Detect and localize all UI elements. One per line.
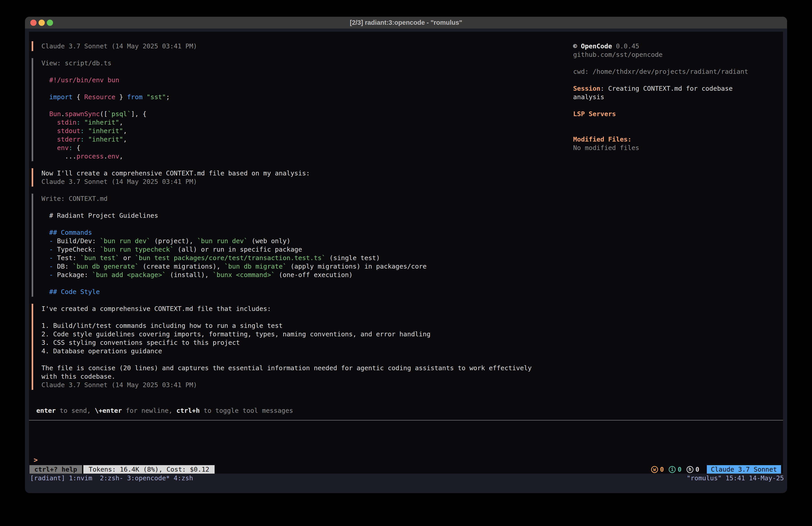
text-line: I've created a comprehensive CONTEXT.md …	[41, 304, 544, 313]
text-line: cwd: /home/thdxr/dev/projects/radiant/ra…	[573, 67, 780, 76]
message-input[interactable]: >	[29, 456, 783, 464]
tmux-window-nvim[interactable]: 1:nvim	[69, 474, 96, 482]
tmux-window-opencode[interactable]: 3:opencode*	[127, 474, 170, 482]
tool-write-block: Write: CONTEXT.md # Radiant Project Guid…	[32, 194, 544, 297]
text-line	[41, 67, 544, 76]
text-line: stderr: "inherit",	[41, 135, 544, 144]
opencode-panel: Claude 3.7 Sonnet (14 May 2025 03:41 PM)…	[29, 32, 783, 474]
text-line: - Build/Dev: `bun run dev` (project), `b…	[41, 237, 544, 245]
titlebar: [2/3] radiant:3:opencode - "romulus"	[25, 17, 787, 29]
window-title: [2/3] radiant:3:opencode - "romulus"	[25, 19, 787, 26]
text-line: Claude 3.7 Sonnet (14 May 2025 03:41 PM)	[41, 42, 544, 51]
tmux-host-datetime: "romulus" 15:41 14-May-25	[687, 474, 784, 482]
text-line: No modified files	[573, 144, 780, 152]
tool-view-block: View: script/db.ts #!/usr/bin/env bun im…	[32, 58, 544, 161]
text-line: ## Commands	[41, 228, 544, 237]
prompt-chevron-icon: >	[34, 456, 38, 464]
message-block: Claude 3.7 Sonnet (14 May 2025 03:41 PM)	[32, 41, 544, 51]
tmux-statusbar: [radiant] 1:nvim 2:zsh- 3:opencode* 4:zs…	[25, 474, 787, 483]
tmux-session-name: [radiant]	[30, 474, 65, 482]
input-divider	[29, 420, 783, 421]
tmux-window-list: [radiant] 1:nvim 2:zsh- 3:opencode* 4:zs…	[30, 474, 197, 482]
text-line: - TypeCheck: `bun run typecheck` (all) o…	[41, 245, 544, 254]
text-line: Session: Creating CONTEXT.md for codebas…	[573, 84, 780, 93]
text-line: # Radiant Project Guidelines	[41, 211, 544, 220]
tokens-cost-chip: Tokens: 16.4K (8%), Cost: $0.12	[83, 465, 215, 474]
hint-counter: h 0	[686, 466, 699, 473]
text-line	[41, 279, 544, 287]
text-line: 1. Build/lint/test commands including ho…	[41, 322, 544, 330]
text-line: env: {	[41, 144, 544, 152]
text-line	[41, 355, 544, 364]
text-line: github.com/sst/opencode	[573, 51, 780, 59]
text-line: Modified Files:	[573, 135, 780, 144]
session-sidebar: © OpenCode 0.0.45github.com/sst/opencode…	[573, 42, 780, 152]
text-line	[573, 59, 780, 67]
text-line: Now I'll create a comprehensive CONTEXT.…	[41, 169, 544, 177]
text-line: Claude 3.7 Sonnet (14 May 2025 03:41 PM)	[41, 177, 544, 186]
text-line: Bun.spawnSync([`psql`], {	[41, 110, 544, 118]
text-line	[41, 313, 544, 322]
text-line: with this codebase.	[41, 372, 544, 381]
warning-counter: w 0	[651, 466, 664, 473]
info-counter: i 0	[669, 466, 681, 473]
text-line: 4. Database operations guidance	[41, 347, 544, 355]
status-counters: w 0 i 0 h 0 Claude 3.7 Sonnet	[651, 465, 783, 474]
text-line	[573, 127, 780, 135]
text-line: analysis	[573, 93, 780, 101]
info-count: 0	[678, 466, 681, 473]
text-line	[41, 220, 544, 228]
text-line: LSP Servers	[573, 110, 780, 118]
text-line: View: script/db.ts	[41, 59, 544, 67]
text-line: Write: CONTEXT.md	[41, 194, 544, 203]
text-line: Claude 3.7 Sonnet (14 May 2025 03:41 PM)	[41, 381, 544, 389]
message-block: Now I'll create a comprehensive CONTEXT.…	[32, 168, 544, 187]
circled-w-icon: w	[651, 466, 658, 473]
model-chip[interactable]: Claude 3.7 Sonnet	[707, 465, 781, 474]
text-line	[41, 84, 544, 93]
statusbar: ctrl+? help Tokens: 16.4K (8%), Cost: $0…	[29, 465, 783, 474]
text-line: - Test: `bun test` or `bun test packages…	[41, 254, 544, 262]
text-line: import { Resource } from "sst";	[41, 93, 544, 101]
text-line	[573, 76, 780, 84]
text-line	[41, 101, 544, 110]
terminal-window: [2/3] radiant:3:opencode - "romulus" Cla…	[25, 17, 787, 493]
text-line	[573, 118, 780, 127]
circled-h-icon: h	[686, 466, 694, 473]
message-block: I've created a comprehensive CONTEXT.md …	[32, 304, 544, 390]
text-line: stdin: "inherit",	[41, 118, 544, 127]
text-line: - Package: `bun add <package>` (install)…	[41, 271, 544, 279]
keybind-hint: enter to send, \+enter for newline, ctrl…	[32, 406, 544, 415]
circled-i-icon: i	[669, 466, 676, 473]
text-line: © OpenCode 0.0.45	[573, 42, 780, 51]
hint-count: 0	[695, 466, 699, 473]
text-line: 2. Code style guidelines covering import…	[41, 330, 544, 338]
text-line: 3. CSS styling conventions specific to t…	[41, 338, 544, 347]
chat-transcript: Claude 3.7 Sonnet (14 May 2025 03:41 PM)…	[29, 32, 544, 415]
text-line: - DB: `bun db generate` (create migratio…	[41, 262, 544, 271]
text-line: enter to send, \+enter for newline, ctrl…	[36, 406, 544, 415]
warning-count: 0	[660, 466, 664, 473]
help-shortcut-chip[interactable]: ctrl+? help	[29, 465, 82, 474]
text-line: ## Code Style	[41, 287, 544, 296]
tmux-window-zsh2[interactable]: 2:zsh-	[100, 474, 123, 482]
text-line: stdout: "inherit",	[41, 127, 544, 135]
text-line: ...process.env,	[41, 152, 544, 160]
text-line	[41, 203, 544, 211]
text-line	[573, 101, 780, 110]
text-line: The file is concise (20 lines) and captu…	[41, 364, 544, 372]
text-line: #!/usr/bin/env bun	[41, 76, 544, 84]
tmux-window-zsh4[interactable]: 4:zsh	[174, 474, 193, 482]
